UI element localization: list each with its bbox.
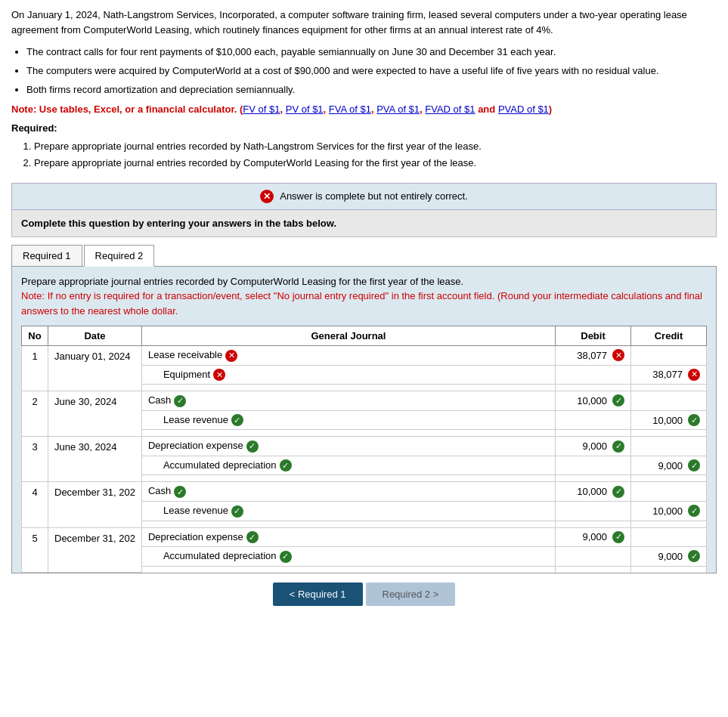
th-date: Date	[48, 326, 142, 346]
account-cell[interactable]: Accumulated depreciation✓	[141, 456, 555, 475]
pva-link[interactable]: PVA of $1	[376, 104, 420, 115]
account-cell[interactable]: Depreciation expense✓	[141, 437, 555, 456]
row-date: June 30, 2024	[48, 391, 142, 437]
journal-table: No Date General Journal Debit Credit 1Ja…	[21, 326, 707, 573]
complete-box: Complete this question by entering your …	[11, 210, 717, 237]
required-item-2: Prepare appropriate journal entries reco…	[34, 155, 717, 172]
debit-cell[interactable]: 10,000✓	[556, 482, 631, 502]
credit-amount: 10,000✓	[637, 505, 700, 517]
debit-cell[interactable]	[556, 410, 631, 430]
bottom-nav: < Required 1 Required 2 >	[11, 573, 717, 615]
debit-cell[interactable]: 10,000✓	[556, 391, 631, 411]
credit-cell[interactable]: 9,000✓	[631, 456, 707, 475]
account-cell[interactable]: Lease revenue✓	[141, 410, 555, 430]
credit-check-icon: ✓	[688, 459, 700, 471]
th-credit: Credit	[631, 326, 707, 346]
required-header: Required:	[11, 122, 717, 134]
bullet-item-3: Both firms record amortization and depre…	[26, 82, 717, 98]
check-icon: ✓	[231, 414, 243, 426]
account-cell[interactable]: Cash✓	[141, 391, 555, 411]
note-line: Note: Use tables, Excel, or a financial …	[11, 104, 717, 115]
account-text: Cash	[148, 485, 171, 496]
debit-cell[interactable]: 9,000✓	[556, 527, 631, 547]
row-no: 5	[22, 527, 48, 573]
complete-box-text: Complete this question by entering your …	[21, 218, 336, 229]
credit-cell[interactable]	[631, 391, 707, 411]
credit-check-icon: ✓	[688, 550, 700, 562]
check-icon: ✓	[280, 551, 292, 563]
row-no: 2	[22, 391, 48, 437]
credit-cell[interactable]	[631, 527, 707, 547]
account-cell[interactable]: Equipment✕	[141, 365, 555, 385]
credit-error-icon: ✕	[688, 369, 700, 381]
account-cell[interactable]: Accumulated depreciation✓	[141, 547, 555, 567]
fvad-link[interactable]: FVAD of $1	[425, 104, 475, 115]
credit-amount: 38,077✕	[637, 369, 700, 381]
fv-link[interactable]: FV of $1	[243, 104, 280, 115]
bullet-list: The contract calls for four rent payment…	[26, 45, 717, 97]
pvad-link[interactable]: PVAD of $1	[498, 104, 549, 115]
account-text: Accumulated depreciation	[163, 550, 277, 561]
debit-cell[interactable]	[556, 547, 631, 567]
debit-cell[interactable]	[556, 456, 631, 475]
error-icon: ✕	[260, 190, 274, 203]
debit-cell[interactable]	[556, 502, 631, 521]
required-item-1: Prepare appropriate journal entries reco…	[34, 138, 717, 155]
next-button[interactable]: Required 2 >	[366, 583, 456, 606]
credit-amount: 10,000✓	[637, 414, 700, 426]
pv-link[interactable]: PV of $1	[286, 104, 324, 115]
credit-cell[interactable]: 10,000✓	[631, 502, 707, 521]
debit-amount: 9,000✓	[562, 440, 624, 453]
table-row: 3June 30, 2024Depreciation expense✓9,000…	[22, 437, 707, 456]
error-icon: ✕	[213, 369, 225, 381]
note-label: Note: Use tables, Excel, or a financial …	[11, 104, 237, 115]
credit-cell[interactable]	[631, 482, 707, 502]
debit-check-icon: ✓	[612, 531, 624, 543]
credit-cell[interactable]: 10,000✓	[631, 410, 707, 430]
row-no: 3	[22, 437, 48, 482]
account-cell[interactable]: Cash✓	[141, 482, 555, 502]
debit-cell[interactable]: 9,000✓	[556, 437, 631, 456]
debit-cell[interactable]	[556, 365, 631, 385]
intro-paragraph: On January 1, 2024, Nath-Langstrom Servi…	[11, 8, 717, 37]
th-no: No	[22, 326, 48, 346]
check-icon: ✓	[280, 459, 292, 471]
debit-check-icon: ✓	[612, 486, 624, 498]
check-icon: ✓	[246, 440, 259, 453]
row-date: December 31, 202	[48, 482, 142, 527]
debit-amount: 10,000✓	[562, 486, 624, 498]
row-date: June 30, 2024	[48, 437, 142, 482]
tab-required-1[interactable]: Required 1	[11, 245, 82, 266]
tab-required-2[interactable]: Required 2	[84, 245, 155, 267]
tab-content: Prepare appropriate journal entries reco…	[11, 267, 717, 574]
account-text: Lease revenue	[163, 414, 228, 425]
debit-amount: 9,000✓	[562, 531, 624, 543]
answer-banner-text: Answer is complete but not entirely corr…	[280, 190, 468, 202]
credit-cell[interactable]: 38,077✕	[631, 365, 707, 385]
th-debit: Debit	[556, 326, 631, 346]
check-icon: ✓	[246, 531, 259, 543]
error-icon: ✕	[225, 350, 237, 362]
credit-cell[interactable]	[631, 346, 707, 366]
check-icon: ✓	[174, 395, 186, 407]
account-cell[interactable]: Lease receivable✕	[141, 346, 555, 366]
row-no: 1	[22, 346, 48, 391]
row-no: 4	[22, 482, 48, 527]
row-date: December 31, 202	[48, 527, 142, 573]
credit-cell[interactable]	[631, 437, 707, 456]
credit-cell[interactable]: 9,000✓	[631, 547, 707, 567]
account-text: Depreciation expense	[148, 531, 243, 542]
prev-button[interactable]: < Required 1	[273, 583, 363, 606]
required-list: Prepare appropriate journal entries reco…	[34, 138, 717, 172]
account-text: Equipment	[163, 369, 210, 380]
debit-cell[interactable]: 38,077✕	[556, 346, 631, 366]
check-icon: ✓	[174, 486, 186, 498]
debit-error-icon: ✕	[612, 349, 624, 361]
credit-amount: 9,000✓	[637, 459, 700, 471]
fva-link[interactable]: FVA of $1	[329, 104, 371, 115]
account-text: Lease receivable	[148, 349, 222, 360]
account-cell[interactable]: Depreciation expense✓	[141, 527, 555, 547]
table-row: 5December 31, 202Depreciation expense✓9,…	[22, 527, 707, 547]
th-general-journal: General Journal	[141, 326, 555, 346]
account-cell[interactable]: Lease revenue✓	[141, 502, 555, 521]
